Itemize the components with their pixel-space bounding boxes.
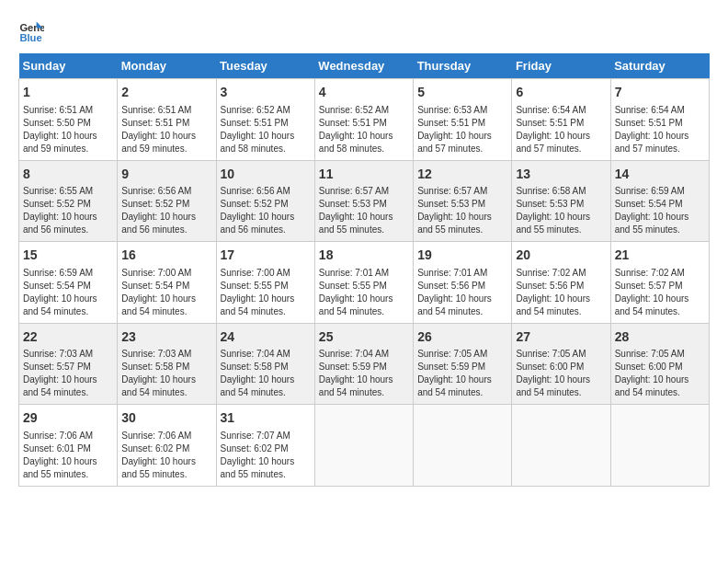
- page-header: General Blue: [18, 18, 710, 44]
- calendar-cell: [414, 405, 512, 487]
- day-info: Sunrise: 7:07 AMSunset: 6:02 PMDaylight:…: [221, 430, 311, 481]
- header-wednesday: Wednesday: [314, 53, 413, 79]
- day-number: 22: [23, 328, 113, 347]
- day-info: Sunrise: 7:06 AMSunset: 6:01 PMDaylight:…: [23, 430, 113, 481]
- calendar-cell: 26Sunrise: 7:05 AMSunset: 5:59 PMDayligh…: [414, 323, 512, 405]
- calendar-cell: [314, 405, 413, 487]
- day-number: 4: [319, 84, 409, 102]
- day-number: 20: [516, 247, 606, 265]
- day-number: 3: [221, 84, 311, 102]
- day-number: 10: [221, 166, 311, 184]
- calendar-cell: 29Sunrise: 7:06 AMSunset: 6:01 PMDayligh…: [19, 405, 118, 487]
- calendar-cell: 1Sunrise: 6:51 AMSunset: 5:50 PMDaylight…: [19, 79, 118, 161]
- day-info: Sunrise: 7:00 AMSunset: 5:55 PMDaylight:…: [221, 267, 311, 318]
- header-tuesday: Tuesday: [216, 53, 314, 79]
- day-info: Sunrise: 7:04 AMSunset: 5:59 PMDaylight:…: [319, 348, 409, 399]
- header-thursday: Thursday: [414, 53, 512, 79]
- day-info: Sunrise: 7:05 AMSunset: 5:59 PMDaylight:…: [417, 348, 507, 399]
- day-info: Sunrise: 7:02 AMSunset: 5:57 PMDaylight:…: [615, 267, 705, 318]
- day-info: Sunrise: 7:03 AMSunset: 5:58 PMDaylight:…: [121, 348, 211, 399]
- day-info: Sunrise: 7:01 AMSunset: 5:56 PMDaylight:…: [417, 267, 507, 318]
- day-number: 13: [516, 166, 606, 184]
- calendar-cell: 20Sunrise: 7:02 AMSunset: 5:56 PMDayligh…: [512, 242, 610, 324]
- day-info: Sunrise: 6:56 AMSunset: 5:52 PMDaylight:…: [121, 185, 211, 236]
- calendar-header-row: SundayMondayTuesdayWednesdayThursdayFrid…: [19, 53, 710, 79]
- day-number: 6: [516, 84, 606, 102]
- calendar-week-5: 29Sunrise: 7:06 AMSunset: 6:01 PMDayligh…: [19, 405, 710, 487]
- day-info: Sunrise: 7:01 AMSunset: 5:55 PMDaylight:…: [319, 267, 409, 318]
- day-info: Sunrise: 6:52 AMSunset: 5:51 PMDaylight:…: [319, 104, 409, 155]
- day-number: 23: [121, 328, 211, 347]
- day-number: 28: [615, 328, 705, 347]
- calendar-cell: 30Sunrise: 7:06 AMSunset: 6:02 PMDayligh…: [118, 405, 216, 487]
- day-info: Sunrise: 6:52 AMSunset: 5:51 PMDaylight:…: [221, 104, 311, 155]
- calendar-cell: 18Sunrise: 7:01 AMSunset: 5:55 PMDayligh…: [314, 242, 413, 324]
- calendar-cell: 2Sunrise: 6:51 AMSunset: 5:51 PMDaylight…: [118, 79, 216, 161]
- day-number: 17: [221, 247, 311, 265]
- day-info: Sunrise: 6:54 AMSunset: 5:51 PMDaylight:…: [615, 104, 705, 155]
- header-sunday: Sunday: [19, 53, 118, 79]
- day-info: Sunrise: 6:54 AMSunset: 5:51 PMDaylight:…: [516, 104, 606, 155]
- calendar-cell: 9Sunrise: 6:56 AMSunset: 5:52 PMDaylight…: [118, 160, 216, 242]
- calendar-cell: 17Sunrise: 7:00 AMSunset: 5:55 PMDayligh…: [216, 242, 314, 324]
- calendar-cell: 21Sunrise: 7:02 AMSunset: 5:57 PMDayligh…: [610, 242, 709, 324]
- header-monday: Monday: [118, 53, 216, 79]
- calendar-cell: 13Sunrise: 6:58 AMSunset: 5:53 PMDayligh…: [512, 160, 610, 242]
- calendar-table: SundayMondayTuesdayWednesdayThursdayFrid…: [18, 53, 710, 487]
- calendar-cell: 11Sunrise: 6:57 AMSunset: 5:53 PMDayligh…: [314, 160, 413, 242]
- day-info: Sunrise: 6:57 AMSunset: 5:53 PMDaylight:…: [417, 185, 507, 236]
- day-number: 7: [615, 84, 705, 102]
- day-info: Sunrise: 6:59 AMSunset: 5:54 PMDaylight:…: [23, 267, 113, 318]
- calendar-cell: 6Sunrise: 6:54 AMSunset: 5:51 PMDaylight…: [512, 79, 610, 161]
- day-number: 16: [121, 247, 211, 265]
- day-info: Sunrise: 6:53 AMSunset: 5:51 PMDaylight:…: [417, 104, 507, 155]
- day-number: 15: [23, 247, 113, 265]
- day-info: Sunrise: 6:59 AMSunset: 5:54 PMDaylight:…: [615, 185, 705, 236]
- day-number: 12: [417, 166, 507, 184]
- calendar-cell: [610, 405, 709, 487]
- calendar-body: 1Sunrise: 6:51 AMSunset: 5:50 PMDaylight…: [19, 79, 710, 487]
- day-info: Sunrise: 7:04 AMSunset: 5:58 PMDaylight:…: [221, 348, 311, 399]
- day-info: Sunrise: 7:06 AMSunset: 6:02 PMDaylight:…: [121, 430, 211, 481]
- calendar-cell: 24Sunrise: 7:04 AMSunset: 5:58 PMDayligh…: [216, 323, 314, 405]
- calendar-cell: 27Sunrise: 7:05 AMSunset: 6:00 PMDayligh…: [512, 323, 610, 405]
- calendar-week-3: 15Sunrise: 6:59 AMSunset: 5:54 PMDayligh…: [19, 242, 710, 324]
- calendar-cell: 28Sunrise: 7:05 AMSunset: 6:00 PMDayligh…: [610, 323, 709, 405]
- calendar-cell: 14Sunrise: 6:59 AMSunset: 5:54 PMDayligh…: [610, 160, 709, 242]
- calendar-cell: 31Sunrise: 7:07 AMSunset: 6:02 PMDayligh…: [216, 405, 314, 487]
- calendar-cell: 15Sunrise: 6:59 AMSunset: 5:54 PMDayligh…: [19, 242, 118, 324]
- calendar-cell: 22Sunrise: 7:03 AMSunset: 5:57 PMDayligh…: [19, 323, 118, 405]
- day-number: 1: [23, 84, 113, 102]
- day-number: 25: [319, 328, 409, 347]
- day-number: 18: [319, 247, 409, 265]
- day-number: 5: [417, 84, 507, 102]
- day-number: 14: [615, 166, 705, 184]
- day-number: 27: [516, 328, 606, 347]
- calendar-cell: 19Sunrise: 7:01 AMSunset: 5:56 PMDayligh…: [414, 242, 512, 324]
- calendar-week-1: 1Sunrise: 6:51 AMSunset: 5:50 PMDaylight…: [19, 79, 710, 161]
- calendar-cell: [512, 405, 610, 487]
- calendar-cell: 23Sunrise: 7:03 AMSunset: 5:58 PMDayligh…: [118, 323, 216, 405]
- calendar-cell: 12Sunrise: 6:57 AMSunset: 5:53 PMDayligh…: [414, 160, 512, 242]
- calendar-cell: 4Sunrise: 6:52 AMSunset: 5:51 PMDaylight…: [314, 79, 413, 161]
- day-number: 31: [221, 409, 311, 428]
- calendar-cell: 3Sunrise: 6:52 AMSunset: 5:51 PMDaylight…: [216, 79, 314, 161]
- day-info: Sunrise: 6:55 AMSunset: 5:52 PMDaylight:…: [23, 185, 113, 236]
- day-number: 30: [121, 409, 211, 428]
- day-info: Sunrise: 7:03 AMSunset: 5:57 PMDaylight:…: [23, 348, 113, 399]
- day-number: 29: [23, 409, 113, 428]
- header-friday: Friday: [512, 53, 610, 79]
- day-number: 24: [221, 328, 311, 347]
- day-info: Sunrise: 7:02 AMSunset: 5:56 PMDaylight:…: [516, 267, 606, 318]
- calendar-cell: 8Sunrise: 6:55 AMSunset: 5:52 PMDaylight…: [19, 160, 118, 242]
- logo-icon: General Blue: [18, 18, 44, 44]
- day-info: Sunrise: 6:56 AMSunset: 5:52 PMDaylight:…: [221, 185, 311, 236]
- day-number: 11: [319, 166, 409, 184]
- day-info: Sunrise: 6:51 AMSunset: 5:50 PMDaylight:…: [23, 104, 113, 155]
- day-number: 19: [417, 247, 507, 265]
- day-info: Sunrise: 6:51 AMSunset: 5:51 PMDaylight:…: [121, 104, 211, 155]
- day-number: 21: [615, 247, 705, 265]
- day-info: Sunrise: 6:58 AMSunset: 5:53 PMDaylight:…: [516, 185, 606, 236]
- day-info: Sunrise: 7:05 AMSunset: 6:00 PMDaylight:…: [615, 348, 705, 399]
- calendar-cell: 7Sunrise: 6:54 AMSunset: 5:51 PMDaylight…: [610, 79, 709, 161]
